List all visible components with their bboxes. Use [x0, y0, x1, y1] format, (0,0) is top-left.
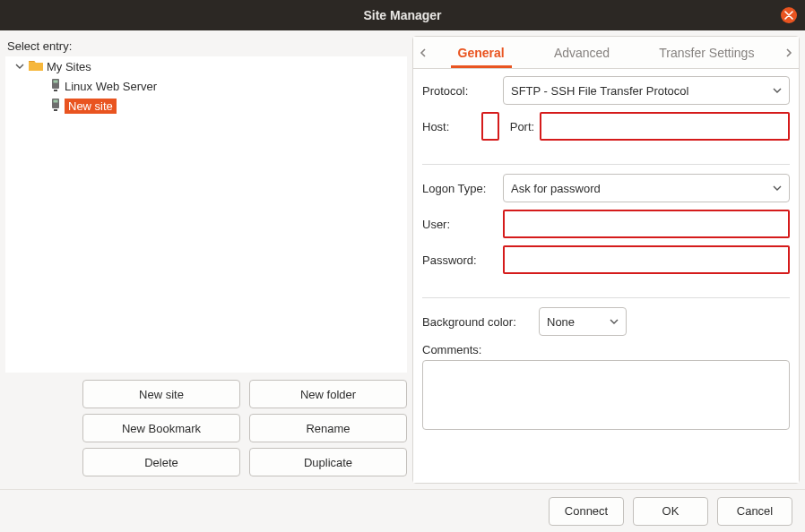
- password-input[interactable]: [503, 245, 790, 274]
- tree-item-label: New site: [65, 99, 117, 114]
- tab-advanced[interactable]: Advanced: [547, 37, 617, 68]
- tab-scroll-right[interactable]: [779, 37, 799, 68]
- svg-rect-5: [54, 109, 57, 111]
- svg-rect-1: [54, 80, 58, 82]
- user-label: User:: [422, 218, 503, 231]
- server-icon: [50, 99, 61, 114]
- tree-item-linux-web-server[interactable]: Linux Web Server: [5, 76, 407, 96]
- server-icon: [50, 79, 61, 94]
- tree-item-label: Linux Web Server: [65, 80, 157, 93]
- right-panel: General Advanced Transfer Settings Proto…: [412, 36, 800, 484]
- user-row: User:: [422, 210, 790, 238]
- separator: [422, 164, 790, 165]
- protocol-value: SFTP - SSH File Transfer Protocol: [511, 84, 688, 98]
- tree-root-label: My Sites: [47, 60, 91, 73]
- port-input[interactable]: [540, 112, 790, 141]
- protocol-select[interactable]: SFTP - SSH File Transfer Protocol: [503, 76, 790, 105]
- chevron-down-icon: [773, 182, 782, 195]
- host-label: Host:: [422, 120, 476, 133]
- tree-item-new-site[interactable]: New site: [5, 96, 407, 116]
- site-buttons-grid: New site New folder New Bookmark Rename …: [5, 373, 407, 484]
- chevron-left-icon: [419, 48, 428, 57]
- svg-rect-2: [54, 90, 57, 91]
- separator: [422, 297, 790, 298]
- tab-scroll-left[interactable]: [413, 37, 433, 68]
- window-title: Site Manager: [363, 8, 441, 22]
- rename-button[interactable]: Rename: [249, 414, 407, 442]
- connect-button[interactable]: Connect: [549, 497, 624, 526]
- protocol-row: Protocol: SFTP - SSH File Transfer Proto…: [422, 76, 790, 105]
- host-input[interactable]: [481, 112, 499, 141]
- bgcolor-value: None: [547, 315, 575, 329]
- chevron-right-icon: [784, 48, 793, 57]
- left-panel: Select entry: My Sites Linux Web Server: [5, 36, 407, 484]
- site-tree[interactable]: My Sites Linux Web Server New site: [5, 56, 407, 373]
- tab-general[interactable]: General: [451, 37, 512, 68]
- logon-type-select[interactable]: Ask for password: [503, 174, 790, 202]
- bgcolor-label: Background color:: [422, 315, 539, 329]
- new-bookmark-button[interactable]: New Bookmark: [82, 414, 240, 442]
- password-label: Password:: [422, 253, 503, 267]
- tab-transfer-settings[interactable]: Transfer Settings: [652, 37, 761, 68]
- duplicate-button[interactable]: Duplicate: [249, 448, 407, 476]
- ok-button[interactable]: OK: [633, 497, 708, 526]
- window-close-button[interactable]: [781, 7, 797, 23]
- logon-type-value: Ask for password: [511, 182, 601, 195]
- host-port-row: Host: Port:: [422, 112, 790, 141]
- new-folder-button[interactable]: New folder: [249, 380, 407, 408]
- close-icon: [784, 11, 793, 20]
- comments-label: Comments:: [422, 343, 790, 356]
- svg-rect-4: [54, 99, 58, 102]
- select-entry-label: Select entry:: [5, 36, 407, 56]
- content-area: Select entry: My Sites Linux Web Server: [0, 30, 805, 489]
- main-row: Select entry: My Sites Linux Web Server: [5, 36, 800, 484]
- tree-root-my-sites[interactable]: My Sites: [5, 56, 407, 76]
- password-row: Password:: [422, 245, 790, 274]
- folder-icon: [29, 59, 43, 74]
- cancel-button[interactable]: Cancel: [717, 497, 792, 526]
- titlebar: Site Manager: [0, 0, 805, 30]
- new-site-button[interactable]: New site: [82, 380, 240, 408]
- chevron-down-icon: [14, 62, 25, 71]
- tab-bar: General Advanced Transfer Settings: [413, 37, 799, 69]
- bgcolor-row: Background color: None: [422, 307, 790, 336]
- port-label: Port:: [510, 120, 534, 133]
- bgcolor-select[interactable]: None: [539, 307, 627, 336]
- delete-button[interactable]: Delete: [82, 448, 240, 476]
- comments-area: Comments:: [422, 343, 790, 433]
- dialog-footer: Connect OK Cancel: [0, 489, 805, 532]
- logon-type-label: Logon Type:: [422, 182, 503, 195]
- protocol-label: Protocol:: [422, 84, 503, 98]
- chevron-down-icon: [773, 84, 782, 98]
- user-input[interactable]: [503, 210, 790, 238]
- comments-textarea[interactable]: [422, 360, 790, 430]
- tabs: General Advanced Transfer Settings: [433, 37, 779, 68]
- chevron-down-icon: [610, 315, 619, 329]
- logon-type-row: Logon Type: Ask for password: [422, 174, 790, 202]
- general-form: Protocol: SFTP - SSH File Transfer Proto…: [413, 69, 799, 483]
